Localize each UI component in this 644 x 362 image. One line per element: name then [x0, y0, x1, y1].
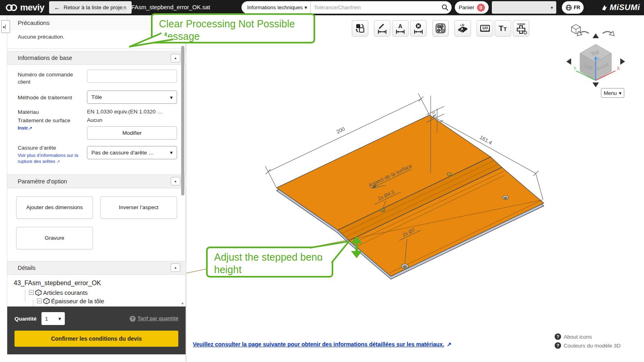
chevron-down-icon: ▾ — [551, 5, 553, 10]
tariff-by-quantity-link[interactable]: ? Tarif par quantité — [130, 316, 178, 322]
engraving-button[interactable]: Gravure — [16, 227, 93, 249]
external-link-icon: ↗ — [29, 126, 32, 130]
quote-footer: Quantité 1▾ ? Tarif par quantité Confirm… — [7, 306, 186, 354]
chevron-down-icon: ▾ — [170, 94, 173, 101]
dim-width-text: 200 — [335, 125, 346, 135]
hole-large-2[interactable] — [503, 195, 508, 200]
help-icon: ? — [130, 316, 136, 322]
cart-count-badge: 0 — [477, 4, 485, 12]
misumi-logo[interactable]: MiSUMi — [601, 1, 640, 14]
order-number-label: Numéro de commande client — [18, 70, 87, 86]
dim-depth-text: 161.4 — [479, 134, 493, 146]
left-panel: ▸▏ Précautions Aucune précaution. Inform… — [0, 15, 186, 362]
tree-collapse-icon[interactable] — [37, 298, 42, 303]
about-icons-link[interactable]: ? About icons — [555, 333, 621, 340]
collapse-options-button[interactable]: ▲ — [171, 177, 180, 185]
tree-node-thickness[interactable]: Épaisseur de la tôle — [37, 298, 186, 304]
chevron-down-icon: ▾ — [619, 90, 622, 96]
external-link-icon: ↗ — [447, 341, 452, 348]
help-icon: ? — [555, 342, 561, 349]
view-menu-button[interactable]: Menu▾ — [601, 88, 624, 98]
search-bar: Informations techniques▾ — [242, 1, 452, 14]
panel-collapse-button[interactable]: ▸▏ — [1, 20, 10, 33]
model-colors-link[interactable]: ? Couleurs du modèle 3D — [555, 342, 621, 349]
part-cube-icon — [35, 289, 42, 296]
modify-button[interactable]: Modifier — [87, 126, 177, 140]
axis-y-label: Y — [574, 66, 576, 71]
rotate-left-icon[interactable] — [577, 31, 589, 36]
dim-thickness-text: 3.2 — [431, 111, 437, 117]
hole-small-2[interactable] — [447, 173, 451, 176]
misumi-mark-icon — [601, 4, 608, 11]
confirm-quote-button[interactable]: Confirmer les conditions du devis — [14, 331, 178, 347]
tree-node-articles[interactable]: Articles courants — [29, 289, 186, 296]
pan-left-icon[interactable] — [566, 58, 571, 65]
back-arrow-icon: ← — [54, 4, 60, 11]
panel-content: Précautions Aucune précaution. Informati… — [7, 15, 186, 306]
panel-collapse-strip — [0, 15, 7, 355]
hole-small-1[interactable] — [380, 208, 385, 212]
materials-info-link[interactable]: Veuillez consulter la page suivante pour… — [193, 341, 451, 348]
axis-z-label: z — [597, 56, 599, 61]
help-links: ? About icons ? Couleurs du modèle 3D — [555, 333, 621, 349]
part-cube-icon — [43, 298, 50, 304]
viewer-canvas[interactable]: A — [186, 15, 644, 362]
details-header: Détails ▲ — [7, 261, 186, 275]
meviy-app: meviy ← Retour à la liste de projets 43_… — [0, 0, 644, 362]
sidebar-scrollbar[interactable] — [181, 46, 184, 195]
surface-treatment-label: Traitement de surface — [18, 117, 70, 123]
help-icon: ? — [555, 333, 561, 340]
order-number-input[interactable] — [87, 70, 177, 83]
tree-collapse-icon[interactable] — [29, 290, 34, 295]
processing-method-label: Méthode de traitement — [18, 90, 87, 104]
tilt-down-icon[interactable] — [592, 82, 599, 87]
surface-treatment-value: Aucun — [87, 117, 177, 123]
chevron-down-icon: ▾ — [170, 149, 173, 156]
quantity-select[interactable]: 1▾ — [41, 312, 65, 325]
processing-method-select[interactable]: Tôle▾ — [87, 90, 177, 104]
search-icon[interactable] — [438, 4, 452, 11]
material-label: Matériau — [18, 109, 87, 116]
globe-icon — [566, 4, 572, 11]
meviy-swirl-icon — [5, 3, 19, 12]
external-link-icon: ↗ — [57, 159, 60, 164]
option-params-header: Paramètre d’option ▲ — [7, 175, 186, 188]
topbar-dropdown[interactable]: ▾ — [492, 1, 556, 14]
basic-info-header: Informations de base ▲ — [7, 51, 186, 65]
basic-info-form: Numéro de commande client Méthode de tra… — [7, 65, 186, 173]
tree-root-label: 43_FAsm_stepbend_error_OK — [14, 280, 186, 287]
axis-x-label: X — [617, 66, 620, 71]
option-buttons: Ajouter des dimensions Inverser l’aspect… — [7, 188, 186, 259]
pan-right-icon[interactable] — [620, 58, 625, 65]
search-category-select[interactable]: Informations techniques▾ — [242, 1, 311, 14]
search-input[interactable] — [311, 1, 438, 14]
language-button[interactable]: FR — [562, 1, 584, 14]
logo-text: meviy — [20, 2, 44, 13]
meviy-logo[interactable]: meviy — [5, 1, 44, 14]
material-value: EN 1.0330 equiv.(EN 1.0320 … — [87, 109, 177, 116]
model-tree: 43_FAsm_stepbend_error_OK Articles coura… — [7, 275, 186, 304]
add-dimensions-button[interactable]: Ajouter des dimensions — [16, 196, 93, 219]
instructions-link[interactable]: Instr.↗ — [18, 125, 32, 130]
collapse-details-button[interactable]: ▲ — [171, 263, 180, 272]
invert-aspect-button[interactable]: Inverser l’aspect — [100, 196, 177, 219]
chevron-down-icon: ▾ — [304, 4, 307, 10]
chevron-down-icon: ▾ — [58, 315, 61, 322]
scroll-down-icon[interactable]: ▼ — [181, 302, 184, 306]
callout-adjust-bend-tail — [306, 237, 354, 269]
rotate-right-icon[interactable] — [603, 31, 614, 36]
quantity-label: Quantité — [14, 316, 37, 322]
edge-break-info-link[interactable]: Voir plus d’informations sur la rupture … — [18, 152, 87, 165]
cart-button[interactable]: Panier 0 — [455, 1, 489, 14]
back-to-projects-button[interactable]: ← Retour à la liste de projets — [49, 1, 132, 14]
collapse-basic-info-button[interactable]: ▲ — [171, 54, 180, 62]
callout-clear-message-tail — [125, 32, 181, 50]
open-file-name: 43_FAsm_stepbend_error_OK.sat — [122, 1, 210, 14]
top-bar: meviy ← Retour à la liste de projets 43_… — [0, 0, 644, 15]
tilt-up-icon[interactable] — [592, 33, 599, 38]
hole-large-1[interactable] — [402, 264, 409, 269]
edge-break-select[interactable]: Pas de cassure d’arête …▾ — [87, 146, 177, 159]
edge-break-label: Cassure d’arête — [18, 145, 56, 151]
